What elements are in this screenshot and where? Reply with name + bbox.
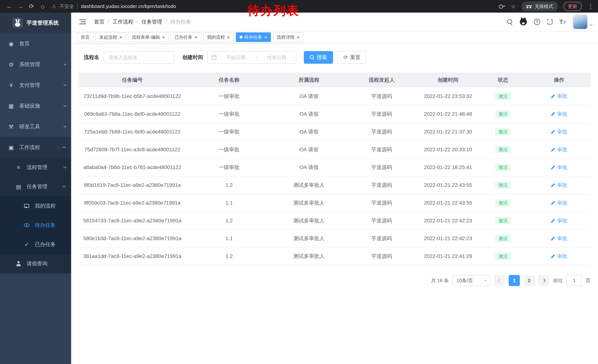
close-icon[interactable]: × xyxy=(119,35,122,40)
action-cell: 审批 xyxy=(528,159,590,176)
process-name-input[interactable] xyxy=(104,51,174,64)
hamburger-icon[interactable] xyxy=(79,19,86,24)
search-icon[interactable] xyxy=(507,19,513,25)
browser-menu-icon[interactable]: ⋮ xyxy=(587,3,594,10)
sidebar-item-done-tasks[interactable]: ✓ 已办任务 xyxy=(0,235,71,254)
approve-link[interactable]: 审批 xyxy=(551,111,567,117)
search-button[interactable]: 搜索 xyxy=(304,51,333,64)
forward-icon[interactable]: → xyxy=(15,0,26,13)
github-icon[interactable] xyxy=(520,18,527,25)
sidebar-logo[interactable]: 芋道管理系统 xyxy=(0,13,71,33)
sidebar-item-leave-query[interactable]: 请假查询 xyxy=(0,254,71,273)
sidebar-item-process-management[interactable]: ≡ 流程管理 xyxy=(0,158,71,177)
tab-start-process[interactable]: 发起流程 × xyxy=(96,32,126,42)
sidebar-item-system[interactable]: ⚙ 系统管理 xyxy=(0,54,71,75)
close-icon[interactable]: × xyxy=(297,35,299,40)
key-icon[interactable] xyxy=(499,5,505,8)
edit-icon xyxy=(551,112,555,116)
page-2-button[interactable]: 2 xyxy=(523,275,535,286)
user-menu[interactable] xyxy=(573,15,592,29)
bookmark-star-icon[interactable]: ☆ xyxy=(511,3,516,10)
update-button[interactable]: 更新 xyxy=(564,2,582,11)
approve-link[interactable]: 审批 xyxy=(551,93,567,99)
breadcrumb-task-management[interactable]: 任务管理 xyxy=(141,18,162,25)
approve-link[interactable]: 审批 xyxy=(551,182,567,188)
goto-page-input[interactable] xyxy=(566,275,582,286)
edit-icon xyxy=(551,236,555,241)
process-cell: OA 请假 xyxy=(272,87,346,105)
task-id-cell: 8f0d1619-7ac8-11ec-a9e2-a2380e71991a xyxy=(79,176,186,194)
approve-link[interactable]: 审批 xyxy=(551,217,567,224)
action-cell: 审批 xyxy=(528,194,590,212)
edit-icon xyxy=(551,254,555,259)
created-cell: 2022-01-21 22:41:29 xyxy=(418,247,479,265)
approve-link[interactable]: 审批 xyxy=(551,200,567,206)
font-size-icon[interactable]: TT xyxy=(559,18,566,25)
sheet-icon: ▤ xyxy=(15,184,22,190)
address-bar[interactable]: ⚠ 不安全 dashboard.yudao.iocoder.cn/bpm/tas… xyxy=(52,3,176,10)
tab-my-process[interactable]: 我的流程 × xyxy=(203,32,234,42)
sidebar-item-infrastructure[interactable]: ▦ 基础设施 xyxy=(0,96,71,116)
close-icon[interactable]: × xyxy=(194,35,197,40)
reset-button[interactable]: ⟳ 重置 xyxy=(338,51,366,64)
status-cell: 激活 xyxy=(479,123,528,141)
back-icon[interactable]: ← xyxy=(4,0,15,13)
sidebar-item-my-process[interactable]: 我的流程 xyxy=(0,196,71,216)
next-page-button[interactable] xyxy=(538,275,549,286)
initiator-cell: 芋道源码 xyxy=(346,159,418,176)
approve-link[interactable]: 审批 xyxy=(551,235,567,242)
tab-todo-tasks[interactable]: 待办任务 × xyxy=(236,32,271,42)
table-row: 381aa1dd-7ac8-11ec-a9e2-a2380e71991a 1.2… xyxy=(79,247,590,265)
table-row: 725a1eb6-7b88-11ec-8ef0-acde48001122 一级审… xyxy=(79,123,590,141)
todo-task-table: 任务编号 任务名称 所属流程 流程发起人 创建时间 状态 操作 73211d9d… xyxy=(79,73,590,265)
col-actions: 操作 xyxy=(528,73,590,87)
tab-process-detail[interactable]: 流程详情 × xyxy=(273,32,303,42)
date-range-picker[interactable]: 开始日期 - 结束日期 xyxy=(208,51,296,64)
approve-link[interactable]: 审批 xyxy=(551,164,567,171)
tab-done-tasks[interactable]: 已办任务 × xyxy=(171,32,201,42)
page-1-button[interactable]: 1 xyxy=(509,275,520,286)
chevron-left-icon xyxy=(498,279,501,282)
chevron-down-icon xyxy=(63,125,66,128)
incognito-icon xyxy=(526,4,532,8)
avatar[interactable] xyxy=(573,15,588,29)
status-badge: 激活 xyxy=(495,235,511,242)
created-cell: 2022-01-22 21:37:30 xyxy=(418,123,479,141)
goto-label: 前往 xyxy=(553,277,563,284)
task-id-cell: 580e1b3d-7ac8-11ec-a9e2-a2380e71991a xyxy=(79,230,186,247)
close-icon[interactable]: × xyxy=(227,35,230,40)
reload-icon[interactable]: ⟳ xyxy=(26,0,37,13)
action-cell: 审批 xyxy=(528,247,590,265)
action-cell: 审批 xyxy=(528,123,590,141)
warning-icon: ⚠ xyxy=(52,4,56,9)
sidebar-item-devtools[interactable]: ⚒ 研发工具 xyxy=(0,116,71,137)
breadcrumb-home[interactable]: 首页 xyxy=(94,18,105,25)
close-icon[interactable]: × xyxy=(162,35,165,40)
annotation-overlay: 待办列表 xyxy=(248,2,299,19)
page-size-select[interactable]: 10条/页 xyxy=(452,275,490,286)
help-icon[interactable]: ? xyxy=(534,19,540,25)
sidebar-item-home[interactable]: ◉ 首页 xyxy=(0,33,71,54)
fullscreen-icon[interactable] xyxy=(547,19,552,24)
sidebar-item-workflow[interactable]: ▣ 工作流程 xyxy=(0,137,71,158)
created-cell: 2022-01-22 20:33:10 xyxy=(418,141,479,159)
status-cell: 激活 xyxy=(479,87,528,105)
tab-process-form-edit[interactable]: 流程表单-编辑 × xyxy=(128,32,169,42)
prev-page-button[interactable] xyxy=(494,275,505,286)
sidebar-item-payment[interactable]: ¥ 支付管理 xyxy=(0,75,71,96)
tab-home[interactable]: 首页 xyxy=(77,32,93,42)
check-icon: ✓ xyxy=(23,241,30,248)
sidebar-item-todo-tasks[interactable]: 待办任务 xyxy=(0,216,71,235)
main-area: 首页 / 工作流程 / 任务管理 / 待办任务 ? TT xyxy=(71,13,598,364)
edit-icon xyxy=(551,201,555,205)
approve-link[interactable]: 审批 xyxy=(551,253,567,259)
breadcrumb-workflow[interactable]: 工作流程 xyxy=(113,18,133,25)
close-icon[interactable]: × xyxy=(264,35,267,40)
active-dot xyxy=(240,36,242,39)
home-icon[interactable]: ⌂ xyxy=(37,0,48,13)
status-cell: 激活 xyxy=(479,230,528,247)
approve-link[interactable]: 审批 xyxy=(551,129,567,135)
sidebar-item-task-management[interactable]: ▤ 任务管理 xyxy=(0,177,71,196)
approve-link[interactable]: 审批 xyxy=(551,146,567,153)
table-row: 58154733-7ac8-11ec-a9e2-a2380e71991a 1.2… xyxy=(79,212,590,230)
